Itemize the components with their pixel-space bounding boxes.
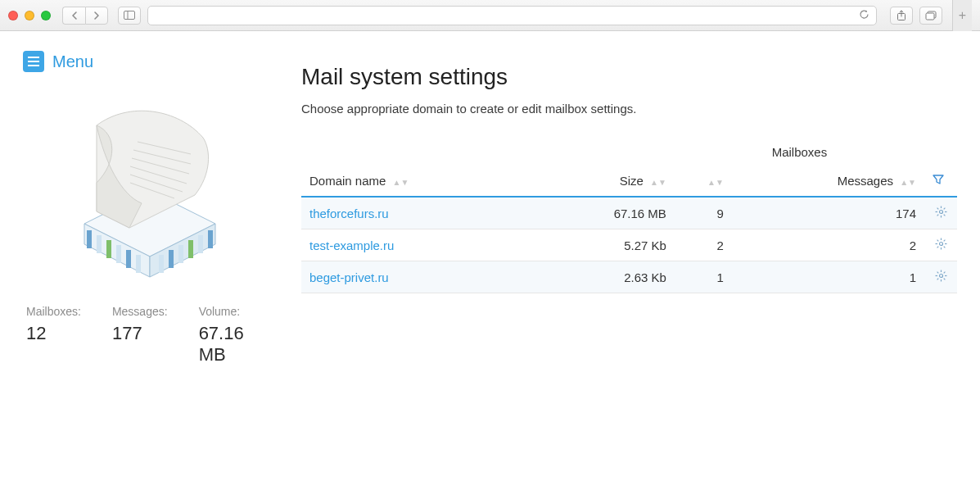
svg-line-52 [937, 279, 938, 280]
svg-line-40 [937, 240, 938, 242]
menu-button[interactable]: Menu [23, 51, 269, 72]
sort-icon: ▲▼ [393, 178, 409, 187]
svg-line-32 [943, 215, 945, 216]
svg-line-43 [937, 247, 938, 248]
svg-line-51 [943, 272, 945, 274]
domains-table: Mailboxes Domain name ▲▼ Size ▲▼ ▲▼ [301, 138, 957, 293]
hamburger-icon [23, 51, 44, 72]
stat-mailboxes: Mailboxes: 12 [26, 305, 81, 366]
stat-label: Mailboxes: [26, 305, 81, 318]
svg-line-41 [943, 247, 945, 248]
sort-icon: ▲▼ [707, 178, 724, 187]
cell-domain: beget-privet.ru [301, 261, 535, 293]
svg-rect-0 [124, 11, 135, 20]
domain-link[interactable]: theforcefurs.ru [309, 207, 389, 220]
page-subtitle: Choose appropriate domain to create or e… [301, 102, 957, 116]
cell-mailboxes: 9 [675, 197, 732, 229]
sidebar-toggle-button[interactable] [118, 7, 141, 25]
cell-size: 5.27 Kb [535, 229, 675, 261]
stat-value: 12 [26, 323, 81, 344]
back-button[interactable] [62, 7, 85, 25]
gear-icon[interactable] [935, 238, 947, 250]
sort-icon: ▲▼ [650, 178, 666, 187]
table-row: beget-privet.ru2.63 Kb11 [301, 261, 957, 293]
cell-mailboxes: 1 [675, 261, 732, 293]
table-row: theforcefurs.ru67.16 MB9174 [301, 197, 957, 229]
nav-back-forward [62, 7, 108, 25]
address-bar[interactable] [147, 6, 877, 25]
col-size[interactable]: Size ▲▼ [535, 167, 675, 197]
menu-label: Menu [52, 52, 93, 71]
share-button[interactable] [890, 7, 913, 25]
cell-mailboxes: 2 [675, 229, 732, 261]
svg-line-50 [943, 279, 945, 280]
cell-messages: 174 [732, 197, 924, 229]
mail-illustration [52, 105, 240, 285]
svg-line-31 [937, 208, 938, 210]
page-title: Mail system settings [301, 64, 957, 90]
cell-domain: test-example.ru [301, 229, 535, 261]
tabs-button[interactable] [919, 7, 942, 25]
svg-line-49 [937, 272, 938, 274]
new-tab-button[interactable]: + [952, 0, 972, 31]
stat-messages: Messages: 177 [112, 305, 168, 366]
col-messages[interactable]: Messages ▲▼ [732, 167, 924, 197]
sidebar: Menu [23, 48, 269, 366]
summary-stats: Mailboxes: 12 Messages: 177 Volume: 67.1… [23, 305, 269, 366]
reload-icon[interactable] [859, 8, 869, 23]
close-window-button[interactable] [8, 11, 18, 20]
stat-value: 177 [112, 323, 168, 344]
cell-settings [924, 229, 957, 261]
maximize-window-button[interactable] [41, 11, 51, 20]
forward-button[interactable] [85, 7, 108, 25]
svg-line-42 [943, 240, 945, 242]
table-group-mailboxes: Mailboxes [675, 138, 924, 167]
cell-settings [924, 197, 957, 229]
col-mailboxes[interactable]: ▲▼ [675, 167, 732, 197]
domain-link[interactable]: beget-privet.ru [309, 270, 389, 284]
filter-icon [933, 174, 944, 185]
svg-line-33 [943, 208, 945, 210]
main-content: Mail system settings Choose appropriate … [301, 48, 957, 366]
cell-settings [924, 261, 957, 293]
stat-label: Messages: [112, 305, 168, 318]
window-controls [8, 11, 51, 20]
cell-messages: 2 [732, 229, 924, 261]
stat-value: 67.16 MB [199, 323, 269, 366]
cell-messages: 1 [732, 261, 924, 293]
cell-domain: theforcefurs.ru [301, 197, 535, 229]
browser-toolbar: + [0, 0, 980, 31]
cell-size: 2.63 Kb [535, 261, 675, 293]
svg-point-35 [939, 243, 942, 246]
svg-line-34 [937, 215, 938, 216]
sort-icon: ▲▼ [900, 178, 916, 187]
svg-point-26 [939, 211, 942, 214]
svg-rect-4 [926, 13, 934, 20]
gear-icon[interactable] [935, 270, 947, 282]
stat-label: Volume: [199, 305, 269, 318]
col-domain[interactable]: Domain name ▲▼ [301, 167, 535, 197]
minimize-window-button[interactable] [25, 11, 34, 20]
col-filter[interactable] [924, 167, 957, 197]
gear-icon[interactable] [935, 206, 947, 218]
table-row: test-example.ru5.27 Kb22 [301, 229, 957, 261]
stat-volume: Volume: 67.16 MB [199, 305, 269, 366]
domain-link[interactable]: test-example.ru [309, 238, 394, 252]
cell-size: 67.16 MB [535, 197, 675, 229]
svg-point-44 [939, 275, 942, 278]
